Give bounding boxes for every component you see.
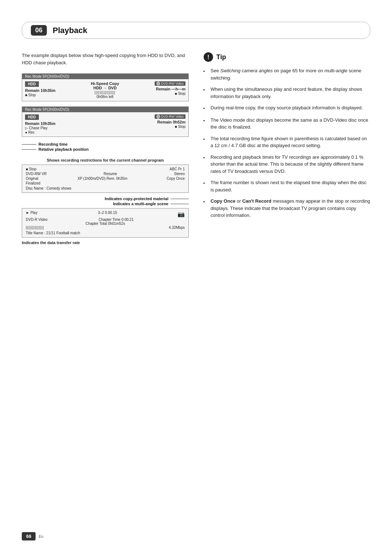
indicates-dash-2 [171,204,189,204]
label-area: Recording time Relative playback positio… [22,142,189,151]
tip-icon: ! [203,52,213,62]
list-item: • Recording and playback times for TV re… [203,154,370,175]
tip-text-6: Recording and playback times for TV reco… [211,154,370,175]
indicates-multi-label: Indicates a multi-angle scene [113,202,168,206]
tip-text-1: See Switching camera angles on page 65 f… [211,67,370,81]
dvdr-title-label: Title Name [26,231,43,235]
list-item: • The frame number is shown next to the … [203,179,370,193]
callout-title: Shows recording restrictions for the cur… [22,158,189,162]
cant-record-bold: Can't Record [242,198,271,204]
info-resume: Resume [103,172,117,176]
page-footer: 66 En [22,532,44,540]
display-box-hdd-copy: Rec Mode 5P(2h00m/DVD) HDD Remain 10h35m… [22,73,189,101]
dvdr-row-2: DVD-R Video Chapter Time 0.00.21 [26,218,185,222]
display-2-hdd-label: HDD [25,114,39,120]
tip-text-4: The Video mode disc displays become the … [211,117,370,131]
disc-name-label: Disc Name [26,186,44,190]
display-1-dvd-badge-text: DVD-RW Video [161,82,184,85]
dvdr-title-value: : 21/11 Football match [44,231,80,235]
display-2-rec: ● Rec [25,130,35,134]
callout-area: Shows recording restrictions for the cur… [22,158,189,193]
badge-circle-2-icon [156,115,160,118]
display-2-dvd-badge: DVD-RW Video [155,114,185,119]
display-2-dvd-remain: Remain 0h52m [157,120,185,124]
disc-name-value: : Comedy shows [45,186,72,190]
camera-icon: 📷 [177,211,185,218]
info-original: Original [26,177,38,181]
display-box-1-header: Rec Mode 5P(2h00m/DVD) [22,74,188,79]
page-number: 66 [22,532,36,540]
info-stop: ■ Stop [26,167,36,171]
display-2-dvd-stop: ■ Stop [175,125,185,129]
dvdr-progress-bar: |||||||||||||| [26,226,44,230]
dvdr-bitrate: 4.32Mbps [169,226,185,230]
tip-bullet-7: • [203,180,208,187]
info-row-1: ■ Stop ABC Pr 1 [26,167,185,171]
display-2-right: DVD-RW Video Remain 0h52m ■ Stop [155,114,185,129]
label-relative-position: Relative playback position [38,147,89,151]
indicates-dash-1 [171,199,189,199]
chapter-title: Playback [53,26,87,35]
display-1-progress: |||||||||||||||| [95,90,116,94]
display-2-chase: ▷ Chase Play [25,126,48,130]
tip-bullet-3: • [203,105,208,112]
display-1-remain: Remain 10h35m [25,88,56,93]
tip-bullet-8: • [203,198,208,206]
dvdr-chapter-time: Chapter Time 0.00.21 [99,218,134,222]
dvdr-box: ► Play 3–2 0.00.15 📷 DVD-R Video Chapter… [22,208,189,238]
tip-text-7: The frame number is shown next to the el… [211,179,370,193]
list-item: • Copy Once or Can't Record messages may… [203,198,370,219]
display-1-time-left: 0h08m left [97,95,114,99]
intro-text: The example displays below show high-spe… [22,52,189,66]
chapter-header: 06 Playback [22,22,370,39]
display-2-left: HDD Remain 10h35m ▷ Chase Play ● Rec [25,114,56,134]
copy-once-bold: Copy Once [211,198,236,204]
label-recording-time: Recording time [38,142,68,146]
svg-text:!: ! [207,54,209,60]
dvdr-title-row: Title Name : 21/11 Football match [26,231,185,235]
right-column: ! Tip • See Switching camera angles on p… [203,52,370,245]
dvdr-row-4: |||||||||||||| 4.32Mbps [26,226,185,230]
display-1-hdd-label: HDD [25,81,39,87]
info-dvdrw-vr: DVD-RW VR [26,172,47,176]
display-1-dvd-remain: Remain —h—m [156,87,185,91]
display-1-left: HDD Remain 10h35m ■ Stop [25,81,56,97]
page-lang: En [38,534,43,539]
info-row-3: Original XP (1h00m/DVD) Rem. 0h35m Copy … [26,177,185,181]
display-1-center: Hi-Speed Copy HDD → DVD ||||||||||||||||… [91,81,119,99]
content-columns: The example displays below show high-spe… [22,52,370,245]
list-item: • When using the simultaneous play and r… [203,86,370,100]
label-dash-2 [22,149,36,150]
tip-text-8: Copy Once or Can't Record messages may a… [211,198,370,219]
display-box-2-header-text: Rec Mode 5P(2h00m/DVD) [25,108,69,112]
display-2-dvd-badge-text: DVD-RW Video [161,115,184,118]
info-row-4: Finalized [26,181,185,185]
dvdr-chapter-total: Chapter Total 0h01m52s [86,222,125,226]
list-item: • The Video mode disc displays become th… [203,117,370,131]
info-abc-pr1: ABC Pr 1 [170,167,185,171]
tip-text-2: When using the simultaneous play and rec… [211,86,370,100]
tip-bullet-5: • [203,136,208,143]
label-dash-1 [22,144,36,145]
dvdr-play-label: ► Play [26,211,37,215]
display-1-right: DVD-RW Video Remain —h—m ■ Stop [155,81,185,96]
info-copy-once: Copy Once [167,177,185,181]
display-box-1-body: HDD Remain 10h35m ■ Stop Hi-Speed Copy H… [22,79,188,101]
label-line-relative: Relative playback position [22,147,189,151]
italic-text-1: Switching camera angles [220,68,273,73]
indicates-area: Indicates copy-protected material Indica… [22,197,189,206]
label-line-recording: Recording time [22,142,189,146]
list-item: • The total recording time figure shown … [203,135,370,149]
tip-text-3: During real-time copy, the copy source p… [211,104,370,112]
dvdr-format: DVD-R Video [26,218,48,222]
indicates-copy-line: Indicates copy-protected material [22,197,189,201]
tip-bullet-1: • [203,68,208,75]
display-box-1-header-text: Rec Mode 5P(2h00m/DVD) [25,74,69,78]
display-2-remain: Remain 10h35m [25,121,56,126]
dvdr-row-3: Chapter Total 0h01m52s [26,222,185,226]
info-disc-name: Disc Name : Comedy shows [26,186,185,190]
tip-header: ! Tip [203,52,370,62]
badge-circle-icon [156,82,160,85]
display-1-arrow: HDD → DVD [93,86,117,90]
list-item: • See Switching camera angles on page 65… [203,67,370,81]
